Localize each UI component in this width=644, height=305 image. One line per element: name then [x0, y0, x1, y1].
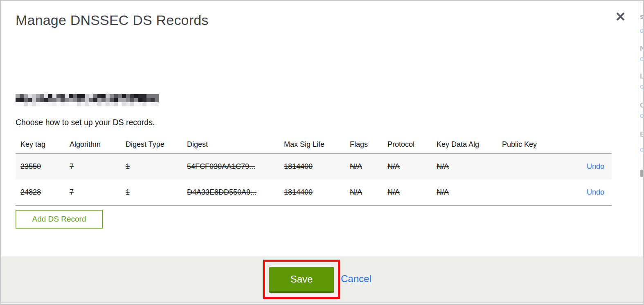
cell-max-sig-life: 1814400	[279, 162, 345, 171]
ds-records-table: Key tag Algorithm Digest Type Digest Max…	[16, 136, 612, 206]
table-header-row: Key tag Algorithm Digest Type Digest Max…	[16, 136, 612, 154]
table-row: 23550 7 1 54FCF030AA1C79... 1814400 N/A …	[16, 154, 612, 179]
cell-digest-type: 1	[121, 188, 182, 197]
column-header-max-sig-life: Max Sig Life	[279, 140, 345, 149]
table-row: 24828 7 1 D4A33E8DD550A9... 1814400 N/A …	[16, 179, 612, 206]
cancel-link[interactable]: Cancel	[341, 273, 372, 285]
cell-algorithm: 7	[65, 162, 121, 171]
close-button[interactable]	[612, 9, 628, 25]
cell-flags: N/A	[345, 188, 383, 197]
cell-digest: 54FCF030AA1C79...	[182, 162, 279, 171]
undo-link[interactable]: Undo	[587, 188, 604, 196]
domain-name-redacted	[16, 94, 159, 106]
instruction-text: Choose how to set up your DS records.	[16, 118, 155, 127]
cell-key-tag: 23550	[16, 162, 65, 171]
column-header-key-tag: Key tag	[16, 140, 65, 149]
cell-key-data-alg: N/A	[432, 188, 497, 197]
cell-max-sig-life: 1814400	[279, 188, 345, 197]
manage-dnssec-modal: Manage DNSSEC DS Records Choose how to s…	[0, 0, 644, 305]
column-header-algorithm: Algorithm	[65, 140, 121, 149]
undo-link[interactable]: Undo	[587, 162, 604, 170]
cell-flags: N/A	[345, 162, 383, 171]
background-scrollbar-thumb	[640, 170, 643, 177]
cell-key-data-alg: N/A	[432, 162, 497, 171]
cell-digest-type: 1	[121, 162, 182, 171]
cell-digest: D4A33E8DD550A9...	[182, 188, 279, 197]
column-header-public-key: Public Key	[497, 140, 556, 149]
column-header-flags: Flags	[345, 140, 383, 149]
cell-protocol: N/A	[383, 162, 432, 171]
add-ds-record-button[interactable]: Add DS Record	[16, 210, 103, 229]
column-header-key-data-alg: Key Data Alg	[432, 140, 497, 149]
column-header-digest-type: Digest Type	[121, 140, 182, 149]
save-button[interactable]: Save	[269, 267, 334, 293]
background-page-sliver: sdNoLoCoEo	[639, 1, 643, 256]
column-header-protocol: Protocol	[383, 140, 432, 149]
close-icon	[616, 12, 625, 22]
cell-protocol: N/A	[383, 188, 432, 197]
page-title: Manage DNSSEC DS Records	[16, 12, 209, 28]
cell-key-tag: 24828	[16, 188, 65, 197]
column-header-digest: Digest	[182, 140, 279, 149]
cell-algorithm: 7	[65, 188, 121, 197]
